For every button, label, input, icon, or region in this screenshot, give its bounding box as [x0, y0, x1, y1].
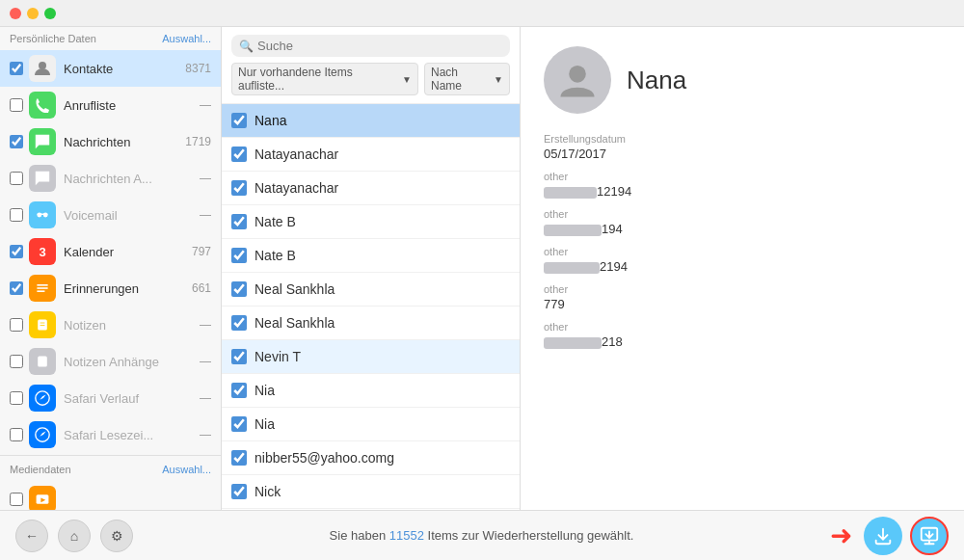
- back-button[interactable]: ←: [15, 520, 48, 552]
- settings-icon: ⚙: [111, 528, 123, 544]
- filter-btn-existing[interactable]: Nur vorhandene Items aufliste... ▼: [231, 63, 418, 95]
- contact-cb-7[interactable]: [231, 349, 247, 364]
- blurred-value-2: [544, 262, 600, 274]
- field-value-3: 779: [544, 297, 941, 311]
- maximize-button[interactable]: [44, 8, 56, 19]
- sidebar-item-label-safari-history: Safari Verlauf: [64, 391, 200, 406]
- settings-button[interactable]: ⚙: [100, 520, 133, 552]
- contact-cb-6[interactable]: [231, 315, 247, 331]
- contact-cb-3[interactable]: [231, 214, 247, 229]
- contact-list-header: 🔍 Nur vorhandene Items aufliste... ▼ Nac…: [222, 27, 520, 104]
- sidebar-cb-contacts[interactable]: [10, 62, 23, 75]
- action-buttons: ➜: [830, 517, 949, 555]
- download-button[interactable]: [910, 517, 949, 555]
- contact-row[interactable]: Nate B: [222, 205, 520, 239]
- sidebar-cb-reminders[interactable]: [10, 281, 23, 295]
- contact-cb-8[interactable]: [231, 383, 247, 398]
- contact-row[interactable]: Nia: [222, 374, 520, 408]
- search-bar[interactable]: 🔍: [231, 35, 510, 57]
- sidebar-item-count-contacts: 8371: [185, 62, 211, 75]
- blurred-value-4: [544, 337, 602, 349]
- sidebar-cb-notes-attachments[interactable]: [10, 355, 23, 368]
- sidebar-cb-media[interactable]: [10, 493, 23, 506]
- sidebar-section-media-label: Mediendaten: [10, 464, 71, 475]
- sidebar-cb-calls[interactable]: [10, 98, 23, 112]
- contact-row[interactable]: Nia: [222, 408, 520, 441]
- sidebar-divider: [0, 455, 221, 456]
- sidebar-item-safari-history[interactable]: Safari Verlauf —: [0, 380, 221, 416]
- sidebar-item-calendar[interactable]: 3 Kalender 797: [0, 233, 221, 270]
- contact-cb-11[interactable]: [231, 484, 247, 499]
- safari-bookmarks-icon: [29, 421, 56, 448]
- sidebar-item-voicemail[interactable]: Voicemail —: [0, 197, 221, 233]
- sidebar-cb-notes[interactable]: [10, 318, 23, 332]
- contact-cb-1[interactable]: [231, 147, 247, 162]
- contact-cb-9[interactable]: [231, 416, 247, 432]
- blurred-value-1: [544, 225, 602, 236]
- sidebar-item-label-notes: Notizen: [64, 318, 200, 333]
- sidebar-item-reminders[interactable]: Erinnerungen 661: [0, 270, 221, 307]
- contact-cb-10[interactable]: [231, 450, 247, 466]
- sidebar-item-notes-attachments[interactable]: Notizen Anhänge —: [0, 343, 221, 380]
- minimize-button[interactable]: [27, 8, 39, 19]
- search-input[interactable]: [257, 39, 502, 53]
- sidebar-section-personal: Persönliche Daten Auswahl...: [0, 27, 221, 50]
- contact-row[interactable]: Natayanachar: [222, 138, 520, 172]
- sidebar-item-messages[interactable]: Nachrichten 1719: [0, 123, 221, 160]
- contact-cb-5[interactable]: [231, 281, 247, 297]
- contact-cb-2[interactable]: [231, 180, 247, 196]
- contact-row[interactable]: Nana: [222, 104, 520, 138]
- export-icon: [872, 525, 894, 547]
- field-value-1: 194: [544, 222, 941, 236]
- contact-name-0: Nana: [254, 113, 286, 128]
- contact-row[interactable]: Nevin T: [222, 340, 520, 374]
- contact-name-9: Nia: [254, 416, 275, 432]
- sidebar-item-calls[interactable]: Anrufliste —: [0, 87, 221, 123]
- creation-date-label: Erstellungsdatum: [544, 133, 941, 145]
- sidebar-cb-safari-bookmarks[interactable]: [10, 428, 23, 441]
- filter-btn-name[interactable]: Nach Name ▼: [424, 63, 510, 95]
- contact-name-10: nibber55@yahoo.comg: [254, 450, 394, 466]
- avatar: [544, 46, 611, 114]
- messages-icon: [29, 128, 56, 155]
- contact-row[interactable]: Natayanachar: [222, 172, 520, 205]
- creation-date-value: 05/17/2017: [544, 147, 941, 161]
- sidebar-cb-calendar[interactable]: [10, 245, 23, 258]
- sidebar: Persönliche Daten Auswahl... Kontakte 83…: [0, 27, 222, 510]
- sidebar-item-label-calendar: Kalender: [64, 245, 192, 259]
- close-button[interactable]: [10, 8, 21, 19]
- contact-cb-4[interactable]: [231, 248, 247, 263]
- export-button[interactable]: [864, 517, 902, 555]
- contact-cb-0[interactable]: [231, 113, 247, 128]
- sidebar-item-safari-bookmarks[interactable]: Safari Lesezei... —: [0, 416, 221, 453]
- contact-row[interactable]: Nick: [222, 475, 520, 509]
- calls-icon: [29, 92, 56, 119]
- calendar-icon: 3: [29, 238, 56, 265]
- blurred-value-0: [544, 187, 597, 199]
- back-icon: ←: [25, 528, 39, 544]
- contact-row[interactable]: Neal Sankhla: [222, 273, 520, 307]
- sidebar-select-media[interactable]: Auswahl...: [162, 464, 211, 475]
- contact-items: Nana Natayanachar Natayanachar Nate B Na…: [222, 104, 520, 510]
- contact-row[interactable]: Neal Sankhla: [222, 307, 520, 340]
- contact-row[interactable]: nibber55@yahoo.comg: [222, 441, 520, 475]
- sidebar-cb-voicemail[interactable]: [10, 208, 23, 222]
- sidebar-item-count-notes-attachments: —: [200, 355, 211, 368]
- bottom-bar: ← ⌂ ⚙ Sie haben 11552 Items zur Wiederhe…: [0, 510, 964, 560]
- sidebar-item-messages-a[interactable]: Nachrichten A... —: [0, 160, 221, 197]
- detail-panel: Nana Erstellungsdatum 05/17/2017 other 1…: [521, 27, 964, 510]
- sidebar-items: Kontakte 8371 Anrufliste — Nachrichten 1…: [0, 50, 221, 510]
- home-button[interactable]: ⌂: [58, 520, 91, 552]
- contact-row[interactable]: Nate B: [222, 239, 520, 273]
- sidebar-select-personal[interactable]: Auswahl...: [162, 33, 211, 44]
- sidebar-item-label-messages-a: Nachrichten A...: [64, 172, 200, 186]
- sidebar-cb-messages-a[interactable]: [10, 172, 23, 185]
- sidebar-item-contacts[interactable]: Kontakte 8371: [0, 50, 221, 87]
- sidebar-item-notes[interactable]: Notizen —: [0, 307, 221, 343]
- svg-rect-10: [38, 356, 47, 366]
- sidebar-cb-safari-history[interactable]: [10, 391, 23, 405]
- sidebar-cb-messages[interactable]: [10, 135, 23, 148]
- sidebar-item-label-safari-bookmarks: Safari Lesezei...: [64, 428, 200, 442]
- sidebar-item-media[interactable]: [0, 481, 221, 510]
- status-prefix: Sie haben: [330, 528, 387, 543]
